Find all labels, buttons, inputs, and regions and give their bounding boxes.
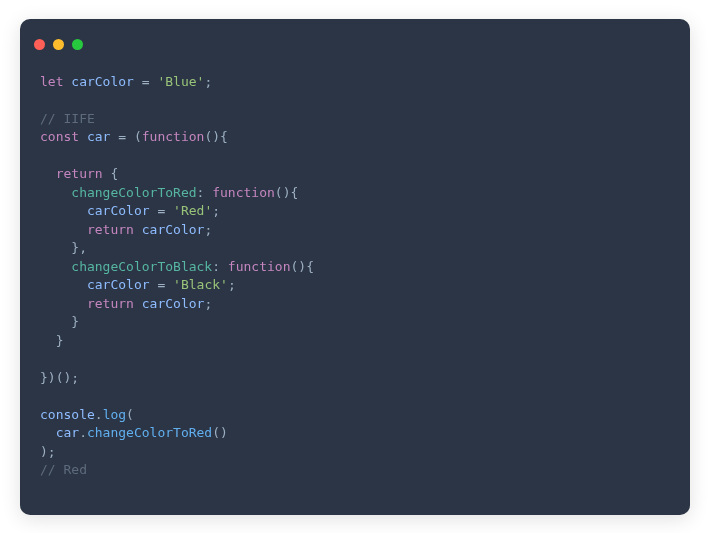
code-line (40, 387, 670, 406)
code-token: changeColorToBlack (71, 259, 212, 274)
code-token: 'Black' (173, 277, 228, 292)
code-token: () (212, 425, 228, 440)
code-area: let carColor = 'Blue'; // IIFEconst car … (20, 59, 690, 498)
code-token: log (103, 407, 126, 422)
code-token: return (56, 166, 103, 181)
code-line: return { (40, 165, 670, 184)
code-token (40, 222, 87, 237)
code-token: ; (204, 296, 212, 311)
code-token: . (95, 407, 103, 422)
code-token: // Red (40, 462, 87, 477)
code-token: // IIFE (40, 111, 95, 126)
code-line (40, 91, 670, 110)
code-token: : (197, 185, 213, 200)
code-token: }, (40, 240, 87, 255)
code-token: ; (228, 277, 236, 292)
code-token: (){ (204, 129, 227, 144)
code-token: carColor (142, 222, 205, 237)
code-token (40, 166, 56, 181)
code-token (40, 259, 71, 274)
code-token: ( (126, 407, 134, 422)
code-token: carColor (142, 296, 205, 311)
code-line: // IIFE (40, 110, 670, 129)
code-window: let carColor = 'Blue'; // IIFEconst car … (20, 19, 690, 515)
code-token (79, 129, 87, 144)
code-token: ); (40, 444, 56, 459)
window-zoom-icon[interactable] (72, 39, 83, 50)
code-line: changeColorToRed: function(){ (40, 184, 670, 203)
code-token: } (40, 314, 79, 329)
code-token: console (40, 407, 95, 422)
code-token (40, 277, 87, 292)
code-token: ; (204, 222, 212, 237)
code-line: carColor = 'Black'; (40, 276, 670, 295)
code-line: ); (40, 443, 670, 462)
code-token: function (212, 185, 275, 200)
code-token: (){ (275, 185, 298, 200)
code-line: changeColorToBlack: function(){ (40, 258, 670, 277)
code-line: let carColor = 'Blue'; (40, 73, 670, 92)
code-token: carColor (87, 277, 150, 292)
code-token (40, 296, 87, 311)
code-token: carColor (87, 203, 150, 218)
code-token: car (56, 425, 79, 440)
code-line: }, (40, 239, 670, 258)
code-line: car.changeColorToRed() (40, 424, 670, 443)
code-line: } (40, 332, 670, 351)
code-token (40, 185, 71, 200)
code-token (134, 222, 142, 237)
code-token: carColor (71, 74, 134, 89)
code-line: const car = (function(){ (40, 128, 670, 147)
code-token: changeColorToRed (71, 185, 196, 200)
code-token: })(); (40, 370, 79, 385)
code-token: const (40, 129, 79, 144)
code-line: return carColor; (40, 221, 670, 240)
code-token: 'Red' (173, 203, 212, 218)
code-token (134, 296, 142, 311)
code-line: console.log( (40, 406, 670, 425)
code-token: return (87, 222, 134, 237)
code-token: ; (212, 203, 220, 218)
code-token: function (142, 129, 205, 144)
code-token: ; (204, 74, 212, 89)
code-line: return carColor; (40, 295, 670, 314)
code-token: changeColorToRed (87, 425, 212, 440)
code-token: } (40, 333, 63, 348)
code-line: carColor = 'Red'; (40, 202, 670, 221)
code-token: = (150, 277, 173, 292)
code-token: return (87, 296, 134, 311)
code-token: car (87, 129, 110, 144)
code-token: { (103, 166, 119, 181)
code-token: 'Blue' (157, 74, 204, 89)
code-token: (){ (290, 259, 313, 274)
code-token: = (150, 203, 173, 218)
code-token: : (212, 259, 228, 274)
code-token: . (79, 425, 87, 440)
code-line: })(); (40, 369, 670, 388)
code-token: let (40, 74, 63, 89)
window-minimize-icon[interactable] (53, 39, 64, 50)
code-token (40, 425, 56, 440)
window-titlebar (20, 19, 690, 59)
code-line: // Red (40, 461, 670, 480)
code-token: function (228, 259, 291, 274)
code-token: = (134, 74, 157, 89)
window-close-icon[interactable] (34, 39, 45, 50)
code-token: = ( (110, 129, 141, 144)
code-line (40, 147, 670, 166)
code-token (40, 203, 87, 218)
code-line: } (40, 313, 670, 332)
code-line (40, 350, 670, 369)
